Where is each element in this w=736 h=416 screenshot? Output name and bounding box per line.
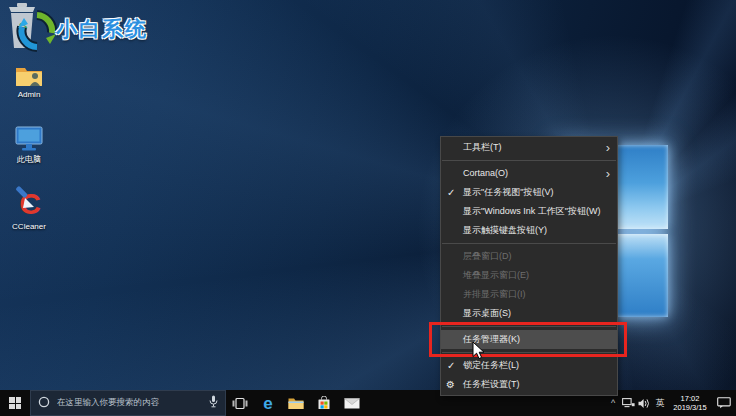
admin-folder-icon	[0, 64, 58, 88]
task-view-icon	[232, 397, 248, 410]
taskbar-app-mail[interactable]	[338, 390, 366, 416]
microsoft-store-icon	[317, 396, 331, 410]
tray-clock[interactable]: 17:02 2019/3/15	[668, 390, 712, 416]
microphone-icon[interactable]	[209, 394, 218, 412]
desktop: ♻ 小白系统 Admin	[0, 0, 736, 416]
window-pane	[616, 145, 669, 229]
mail-icon	[344, 398, 360, 409]
menu-item-task-manager[interactable]: 任务管理器(K)	[441, 330, 617, 349]
action-center-icon	[717, 397, 731, 409]
cortana-ring-icon	[38, 394, 50, 412]
desktop-icon-admin[interactable]: Admin	[0, 64, 58, 99]
desktop-icon-label: Admin	[0, 90, 58, 99]
tray-network[interactable]	[620, 390, 636, 416]
menu-item-cascade-windows: 层叠窗口(D)	[441, 247, 617, 266]
taskbar-context-menu: 工具栏(T) › Cortana(O) › ✓ 显示"任务视图"按钮(V) 显示…	[440, 136, 618, 396]
clock-date: 2019/3/15	[673, 403, 706, 412]
menu-item-lock-taskbar[interactable]: ✓ 锁定任务栏(L)	[441, 356, 617, 375]
window-pane	[616, 234, 669, 318]
desktop-icon-this-pc[interactable]: 此电脑	[0, 126, 58, 165]
taskbar-app-store[interactable]	[310, 390, 338, 416]
action-center-button[interactable]	[712, 390, 736, 416]
search-box[interactable]: 在这里输入你要搜索的内容	[30, 390, 226, 416]
check-icon: ✓	[447, 356, 455, 375]
ccleaner-icon: C	[0, 186, 58, 220]
tray-volume[interactable]	[636, 390, 652, 416]
menu-item-show-windows-ink-workspace-button[interactable]: 显示"Windows Ink 工作区"按钮(W)	[441, 202, 617, 221]
menu-item-show-windows-stacked: 堆叠显示窗口(E)	[441, 266, 617, 285]
gear-icon: ⚙	[446, 375, 455, 394]
desktop-icon-label: 此电脑	[0, 154, 58, 165]
clock-time: 17:02	[673, 394, 706, 403]
brand-swirl-icon	[16, 10, 58, 56]
tray-ime-indicator[interactable]: 英	[652, 390, 668, 416]
check-icon: ✓	[447, 183, 455, 202]
start-button[interactable]	[0, 390, 30, 416]
menu-item-taskbar-settings[interactable]: ⚙ 任务栏设置(T)	[441, 375, 617, 394]
brand-logo-text: 小白系统	[56, 15, 148, 43]
taskbar-app-file-explorer[interactable]	[282, 390, 310, 416]
network-icon	[622, 398, 635, 409]
windows-logo-icon	[9, 397, 21, 409]
menu-separator	[442, 326, 616, 327]
menu-item-show-touch-keyboard-button[interactable]: 显示触摸键盘按钮(Y)	[441, 221, 617, 240]
submenu-arrow-icon: ›	[606, 138, 610, 157]
submenu-arrow-icon: ›	[606, 164, 610, 183]
task-view-button[interactable]	[226, 390, 254, 416]
edge-icon: e	[263, 395, 272, 412]
desktop-icon-label: CCleaner	[0, 222, 58, 231]
menu-separator	[442, 243, 616, 244]
desktop-icon-ccleaner[interactable]: C CCleaner	[0, 186, 58, 231]
speaker-icon	[638, 398, 650, 409]
menu-separator	[442, 352, 616, 353]
menu-item-cortana[interactable]: Cortana(O) ›	[441, 164, 617, 183]
system-tray: ^ 英 17:02 2019/3/15	[606, 390, 736, 416]
file-explorer-icon	[288, 397, 304, 410]
brand-logo: ♻ 小白系统	[0, 0, 230, 60]
taskbar: 在这里输入你要搜索的内容 e	[0, 390, 736, 416]
this-pc-icon	[0, 126, 58, 152]
search-placeholder: 在这里输入你要搜索的内容	[57, 397, 209, 409]
menu-item-show-task-view-button[interactable]: ✓ 显示"任务视图"按钮(V)	[441, 183, 617, 202]
menu-separator	[442, 160, 616, 161]
menu-item-show-windows-side-by-side: 并排显示窗口(I)	[441, 285, 617, 304]
taskbar-app-edge[interactable]: e	[254, 390, 282, 416]
menu-item-toolbars[interactable]: 工具栏(T) ›	[441, 138, 617, 157]
menu-item-show-desktop[interactable]: 显示桌面(S)	[441, 304, 617, 323]
